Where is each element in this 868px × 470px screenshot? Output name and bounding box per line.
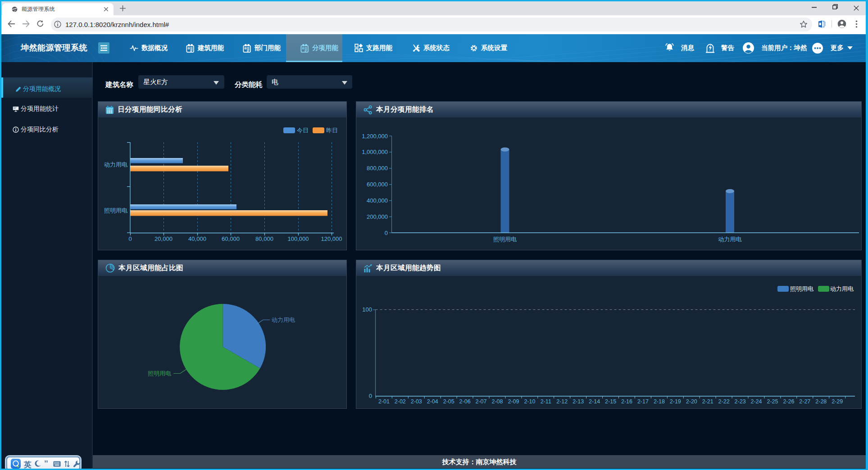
svg-text:动力用电: 动力用电: [104, 161, 127, 168]
svg-text:2-06: 2-06: [459, 398, 471, 405]
svg-text:2-02: 2-02: [395, 398, 406, 405]
svg-text:2-14: 2-14: [589, 398, 600, 405]
svg-text:2-23: 2-23: [735, 398, 746, 405]
svg-text:400,000: 400,000: [367, 197, 388, 204]
svg-text:600,000: 600,000: [367, 181, 388, 188]
svg-text:2-22: 2-22: [718, 398, 730, 405]
svg-text:动力用电: 动力用电: [718, 236, 742, 243]
svg-text:今日: 今日: [297, 127, 309, 134]
svg-text:2-27: 2-27: [799, 398, 810, 405]
svg-text:2-28: 2-28: [815, 398, 827, 405]
svg-text:动力用电: 动力用电: [830, 285, 854, 292]
svg-text:2-13: 2-13: [573, 398, 584, 405]
svg-text:40,000: 40,000: [188, 235, 206, 242]
svg-text:2-26: 2-26: [783, 398, 794, 405]
svg-text:2-21: 2-21: [702, 398, 713, 405]
svg-text:1,200,000: 1,200,000: [362, 133, 388, 140]
svg-text:2-19: 2-19: [670, 398, 681, 405]
svg-text:60,000: 60,000: [222, 235, 240, 242]
svg-text:2-15: 2-15: [605, 398, 616, 405]
svg-text:动力用电: 动力用电: [272, 316, 295, 323]
svg-text:100,000: 100,000: [288, 235, 309, 242]
svg-text:80,000: 80,000: [255, 235, 273, 242]
svg-text:照明用电: 照明用电: [790, 285, 813, 292]
svg-text:2-18: 2-18: [654, 398, 665, 405]
svg-text:20,000: 20,000: [155, 235, 173, 242]
svg-text:1,000,000: 1,000,000: [362, 149, 388, 155]
svg-text:0: 0: [128, 235, 132, 242]
svg-text:照明用电: 照明用电: [148, 370, 171, 377]
svg-text:120,000: 120,000: [321, 235, 342, 242]
svg-text:0: 0: [369, 393, 372, 399]
svg-text:2-20: 2-20: [686, 398, 697, 405]
svg-text:2-01: 2-01: [378, 398, 390, 405]
svg-text:2-10: 2-10: [524, 398, 535, 405]
svg-text:照明用电: 照明用电: [104, 207, 127, 214]
svg-text:2-12: 2-12: [556, 398, 568, 405]
svg-text:昨日: 昨日: [326, 127, 338, 134]
svg-text:100: 100: [362, 306, 372, 313]
svg-text:照明用电: 照明用电: [493, 236, 517, 243]
svg-text:2-17: 2-17: [637, 398, 649, 405]
svg-text:2-08: 2-08: [491, 398, 503, 405]
svg-text:2-24: 2-24: [750, 398, 762, 405]
svg-text:2-04: 2-04: [427, 398, 438, 405]
svg-text:2-09: 2-09: [508, 398, 519, 405]
svg-text:200,000: 200,000: [367, 213, 388, 220]
svg-text:0: 0: [385, 230, 388, 236]
svg-text:2-25: 2-25: [767, 398, 778, 405]
svg-text:2-07: 2-07: [475, 398, 486, 405]
svg-text:800,000: 800,000: [367, 165, 388, 172]
svg-text:2-03: 2-03: [411, 398, 422, 405]
svg-text:2-05: 2-05: [443, 398, 454, 405]
svg-text:2-29: 2-29: [832, 398, 843, 405]
svg-text:2-16: 2-16: [621, 398, 632, 405]
svg-text:2-11: 2-11: [541, 398, 551, 405]
